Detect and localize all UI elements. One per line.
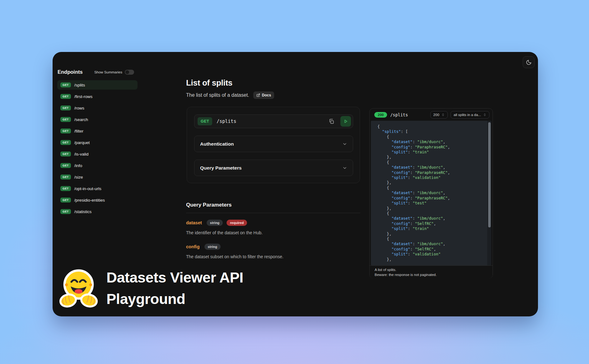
sidebar-item-presidio-entities[interactable]: GET/presidio-entities [57, 195, 138, 205]
param-list: datasetstringrequiredThe identifier of t… [186, 220, 360, 259]
endpoint-path: /search [74, 117, 88, 122]
example-select-value: all splits in a da... [454, 113, 481, 117]
json-response-viewer[interactable]: { "splits": [ { "dataset": "ibm/duorc", … [371, 121, 491, 265]
external-link-icon [256, 93, 260, 97]
updown-icon [483, 113, 486, 116]
method-badge: GET [60, 128, 71, 133]
show-summaries-label: Show Summaries [94, 70, 122, 74]
chevron-down-icon [342, 166, 347, 170]
method-badge: GET [60, 152, 71, 156]
response-panel: 200 /splits 200 all splits in a da... { … [369, 108, 493, 278]
sidebar-header: Endpoints Show Summaries [58, 69, 134, 75]
method-badge: GET [60, 186, 71, 191]
query-parameters-accordion[interactable]: Query Parameters [194, 160, 353, 176]
endpoint-path: /presidio-entities [74, 198, 105, 203]
sidebar-item-rows[interactable]: GET/rows [57, 103, 138, 113]
method-badge: GET [60, 209, 71, 214]
endpoint-path: /filter [74, 129, 83, 133]
hugging-face-logo [59, 268, 98, 308]
chevron-down-icon [342, 142, 347, 147]
param-type-badge: string [207, 220, 223, 226]
moon-icon [526, 59, 532, 65]
status-badge: 200 [374, 112, 387, 118]
show-summaries-control: Show Summaries [94, 70, 134, 75]
copy-icon [329, 119, 334, 124]
query-parameters-section: Query Parameters datasetstringrequiredTh… [186, 202, 360, 259]
request-method-badge: GET [198, 117, 212, 125]
show-summaries-toggle[interactable] [125, 70, 134, 75]
brand-title-line2: Playground [106, 288, 243, 310]
sidebar-item-info[interactable]: GET/info [57, 161, 138, 170]
request-panel: GET /splits Authentication Query Paramet… [187, 107, 360, 183]
param-description: The identifier of the dataset on the Hub… [186, 230, 360, 235]
sidebar-title: Endpoints [58, 69, 83, 75]
sidebar-item-statistics[interactable]: GET/statistics [57, 207, 138, 216]
endpoint-path: /parquet [74, 140, 90, 145]
endpoint-path: /splits [74, 83, 85, 87]
param-required-badge: required [227, 220, 247, 226]
sidebar-item-parquet[interactable]: GET/parquet [57, 138, 138, 147]
response-footer-line: Beware: the response is not paginated. [375, 272, 488, 277]
accordion-label: Query Parameters [200, 165, 242, 171]
app-card: Endpoints Show Summaries GET/splitsGET/f… [53, 52, 538, 316]
response-footer: A list of splits. Beware: the response i… [370, 265, 493, 278]
example-select[interactable]: all splits in a da... [451, 111, 489, 119]
param-name: dataset [186, 220, 202, 225]
response-path: /splits [390, 112, 408, 117]
theme-toggle-button[interactable] [523, 56, 535, 68]
page-title: List of splits [186, 78, 232, 88]
sidebar-item-first-rows[interactable]: GET/first-rows [57, 92, 138, 101]
run-request-button[interactable] [340, 116, 351, 127]
response-footer-line: A list of splits. [375, 267, 488, 272]
copy-button[interactable] [327, 117, 336, 126]
updown-icon [442, 113, 445, 116]
sidebar-item-filter[interactable]: GET/filter [57, 126, 138, 136]
response-selects: 200 all splits in a da... [430, 111, 489, 119]
param-row: datasetstringrequired [186, 220, 360, 226]
docs-button[interactable]: Docs [253, 91, 274, 99]
accordion-label: Authentication [200, 141, 234, 147]
sidebar-item-size[interactable]: GET/size [57, 172, 138, 182]
method-badge: GET [60, 82, 71, 87]
scrollbar-thumb[interactable] [488, 122, 491, 227]
param-type-badge: string [204, 244, 221, 250]
endpoint-path: /first-rows [74, 94, 93, 99]
brand: Datasets Viewer API Playground [59, 267, 243, 310]
status-select[interactable]: 200 [430, 111, 448, 119]
param-description: The dataset subset on which to filter th… [186, 254, 360, 259]
method-badge: GET [60, 163, 71, 168]
endpoint-path: /statistics [74, 209, 92, 214]
endpoint-path: /is-valid [74, 152, 89, 156]
brand-title-line1: Datasets Viewer API [106, 267, 243, 288]
response-header: 200 /splits 200 all splits in a da... [370, 109, 493, 121]
method-badge: GET [60, 117, 71, 122]
sidebar-item-opt-in-out-urls[interactable]: GET/opt-in-out-urls [57, 184, 138, 193]
play-icon [343, 119, 348, 124]
section-title: Query Parameters [186, 202, 360, 208]
endpoint-path: /opt-in-out-urls [74, 186, 101, 191]
docs-button-label: Docs [262, 93, 271, 97]
endpoint-path: /rows [74, 106, 84, 110]
authentication-accordion[interactable]: Authentication [194, 136, 353, 152]
divider [186, 213, 360, 213]
method-badge: GET [60, 175, 71, 180]
scrollbar-track [487, 121, 491, 265]
method-badge: GET [60, 198, 71, 203]
page-description-row: The list of splits of a dataset. Docs [186, 91, 274, 99]
sidebar-item-is-valid[interactable]: GET/is-valid [57, 149, 138, 159]
endpoint-path: /info [74, 163, 82, 168]
request-bar: GET /splits [194, 114, 353, 128]
json-code: { "splits": [ { "dataset": "ibm/duorc", … [371, 121, 491, 262]
toggle-knob [125, 70, 129, 74]
request-path: /splits [217, 119, 322, 124]
param-name: config [186, 244, 200, 249]
param-row: configstring [186, 244, 360, 250]
method-badge: GET [60, 105, 71, 110]
method-badge: GET [60, 140, 71, 145]
page-description: The list of splits of a dataset. [186, 92, 249, 98]
sidebar-item-search[interactable]: GET/search [57, 115, 138, 124]
sidebar-item-splits[interactable]: GET/splits [57, 80, 138, 90]
method-badge: GET [60, 94, 71, 99]
status-select-value: 200 [433, 113, 439, 117]
endpoint-path: /size [74, 175, 83, 180]
